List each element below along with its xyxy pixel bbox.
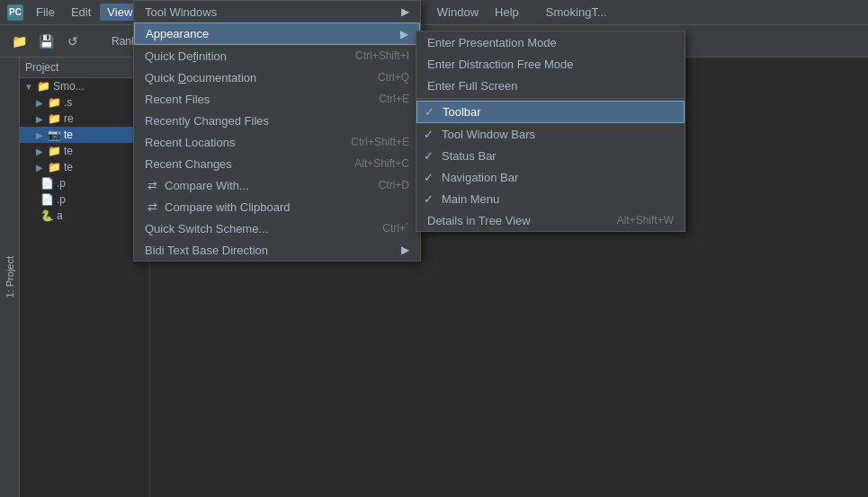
menu-window[interactable]: Window bbox=[430, 4, 486, 21]
submenu-arrow-icon: ▶ bbox=[400, 28, 408, 40]
appearance-status-bar[interactable]: ✓ Status Bar bbox=[416, 145, 685, 166]
menu-item-recent-locations[interactable]: Recent Locations Ctrl+Shift+E bbox=[134, 131, 420, 153]
appearance-presentation-mode[interactable]: Enter Presentation Mode bbox=[416, 31, 685, 53]
tree-item-te3[interactable]: ▶ 📁 te bbox=[20, 159, 149, 175]
menu-item-compare-clipboard[interactable]: ⇄ Compare with Clipboard bbox=[134, 196, 420, 217]
appearance-main-menu[interactable]: ✓ Main Menu bbox=[416, 188, 685, 209]
tree-item-te2[interactable]: ▶ 📁 te bbox=[20, 143, 149, 159]
file-icon: 📄 bbox=[40, 177, 54, 190]
side-panel-label: 1: Project bbox=[4, 256, 15, 297]
file-icon: 🐍 bbox=[40, 209, 54, 222]
menu-item-tool-windows[interactable]: Tool Windows ▶ bbox=[134, 1, 420, 22]
tree-item-p2[interactable]: 📄 .p bbox=[20, 191, 149, 208]
compare-clipboard-icon: ⇄ bbox=[145, 200, 159, 214]
menu-item-quick-switch[interactable]: Quick Switch Scheme... Ctrl+` bbox=[134, 217, 420, 239]
folder-icon: 📷 bbox=[48, 129, 61, 141]
check-icon: ✓ bbox=[424, 149, 434, 163]
appearance-submenu: Enter Presentation Mode Enter Distractio… bbox=[416, 31, 685, 232]
check-icon: ✓ bbox=[425, 105, 434, 119]
menu-item-recently-changed[interactable]: Recently Changed Files bbox=[134, 110, 420, 131]
folder-icon: 📁 bbox=[48, 112, 61, 125]
view-menu-dropdown: Tool Windows ▶ Appearance ▶ Quick Defini… bbox=[133, 0, 421, 262]
app-logo: PC bbox=[7, 4, 23, 21]
tree-item-s[interactable]: ▶ 📁 .s bbox=[20, 94, 149, 111]
appearance-divider bbox=[416, 98, 685, 99]
appearance-distraction-mode[interactable]: Enter Distraction Free Mode bbox=[416, 53, 685, 75]
menu-item-compare-with[interactable]: ⇄ Compare With... Ctrl+D bbox=[134, 174, 420, 196]
check-icon: ✓ bbox=[424, 192, 434, 206]
compare-icon: ⇄ bbox=[145, 179, 159, 192]
menu-item-quick-doc[interactable]: Quick Documentation Ctrl+Q bbox=[134, 67, 420, 88]
menu-item-bidi[interactable]: Bidi Text Base Direction ▶ bbox=[134, 239, 420, 261]
side-panel: 1: Project bbox=[0, 58, 20, 497]
tree-item-a[interactable]: 🐍 a bbox=[20, 208, 149, 224]
menu-edit[interactable]: Edit bbox=[64, 4, 98, 21]
title-bar: PC File Edit View Navigate Code Refactor… bbox=[0, 0, 868, 25]
menu-item-recent-files[interactable]: Recent Files Ctrl+E bbox=[134, 88, 420, 110]
menu-help[interactable]: Help bbox=[488, 4, 526, 21]
check-icon: ✓ bbox=[424, 128, 434, 141]
file-icon: 📄 bbox=[40, 193, 54, 206]
tree-item-p1[interactable]: 📄 .p bbox=[20, 175, 149, 191]
tree-arrow: ▶ bbox=[34, 146, 45, 156]
appearance-fullscreen[interactable]: Enter Full Screen bbox=[416, 75, 685, 96]
folder-icon: 📁 bbox=[48, 161, 61, 173]
tree-arrow: ▶ bbox=[34, 113, 45, 124]
appearance-details-tree-view[interactable]: Details in Tree View Alt+Shift+W bbox=[416, 209, 685, 231]
menu-item-recent-changes[interactable]: Recent Changes Alt+Shift+C bbox=[134, 153, 420, 174]
tree-item-re[interactable]: ▶ 📁 re bbox=[20, 111, 149, 127]
tree-header: Project bbox=[20, 58, 149, 78]
menu-item-appearance[interactable]: Appearance ▶ bbox=[134, 22, 420, 45]
check-icon: ✓ bbox=[424, 171, 434, 184]
tree-arrow: ▶ bbox=[34, 97, 45, 108]
tree-arrow: ▶ bbox=[34, 162, 45, 173]
folder-icon: 📁 bbox=[48, 96, 61, 109]
project-tree: Project ▼ 📁 Smo... ▶ 📁 .s ▶ 📁 re ▶ 📷 te … bbox=[20, 58, 150, 497]
toolbar-refresh-btn[interactable]: ↺ bbox=[61, 30, 85, 53]
toolbar-folder-btn[interactable]: 📁 bbox=[7, 30, 31, 53]
appearance-tool-window-bars[interactable]: ✓ Tool Window Bars bbox=[416, 123, 685, 145]
tree-item-te1[interactable]: ▶ 📷 te bbox=[20, 127, 149, 143]
folder-icon: 📁 bbox=[37, 80, 50, 93]
tree-arrow: ▶ bbox=[34, 129, 45, 140]
folder-icon: 📁 bbox=[48, 145, 61, 157]
appearance-navigation-bar[interactable]: ✓ Navigation Bar bbox=[416, 166, 685, 188]
toolbar-save-btn[interactable]: 💾 bbox=[34, 30, 58, 53]
submenu-arrow-bidi-icon: ▶ bbox=[401, 244, 409, 256]
menu-item-quick-def[interactable]: Quick Definition Ctrl+Shift+I bbox=[134, 45, 420, 67]
app-name: SmokingT... bbox=[546, 5, 607, 19]
appearance-toolbar[interactable]: ✓ Toolbar bbox=[416, 101, 685, 123]
submenu-arrow-icon: ▶ bbox=[401, 5, 409, 18]
tree-item-smo[interactable]: ▼ 📁 Smo... bbox=[20, 78, 149, 94]
tree-arrow: ▼ bbox=[23, 81, 34, 92]
menu-file[interactable]: File bbox=[29, 4, 62, 21]
